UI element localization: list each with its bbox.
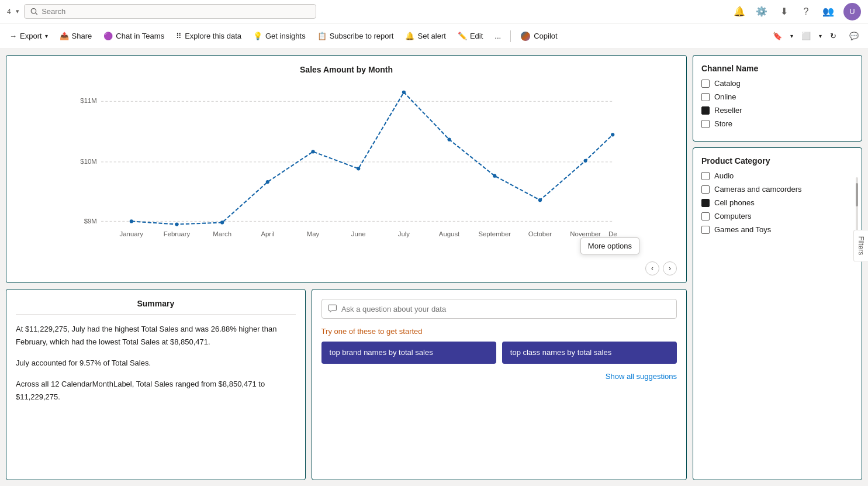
chart-svg: $11M $10M $9M bbox=[16, 79, 677, 249]
copilot-button[interactable]: Copilot bbox=[516, 29, 562, 44]
svg-point-16 bbox=[447, 137, 451, 141]
svg-point-11 bbox=[220, 220, 224, 224]
chart-card: Sales Amount by Month $11M $10M $9M bbox=[6, 55, 687, 283]
more-options-tooltip: More options bbox=[580, 237, 639, 254]
left-column: Sales Amount by Month $11M $10M $9M bbox=[6, 55, 687, 480]
insights-icon: 💡 bbox=[253, 32, 262, 40]
channel-filter-card: Channel Name Catalog Online Reseller Sto… bbox=[693, 55, 862, 142]
chevron-down-icon[interactable]: ▾ bbox=[16, 8, 19, 15]
copilot-label: Copilot bbox=[534, 32, 557, 40]
download-icon[interactable]: ⬇ bbox=[777, 5, 791, 19]
qa-input[interactable] bbox=[341, 305, 670, 313]
summary-paragraph-1: At $11,229,275, July had the highest Tot… bbox=[16, 323, 296, 349]
svg-text:August: August bbox=[439, 230, 460, 237]
svg-text:February: February bbox=[164, 230, 191, 237]
filters-side-tab[interactable]: Filters bbox=[853, 230, 868, 262]
svg-point-14 bbox=[357, 167, 360, 170]
cellphones-checkbox[interactable] bbox=[701, 199, 710, 207]
export-chevron-icon: ▾ bbox=[45, 33, 48, 39]
settings-icon[interactable]: ⚙️ bbox=[755, 5, 769, 19]
chat-in-teams-button[interactable]: 🟣 Chat in Teams bbox=[99, 29, 169, 43]
get-insights-button[interactable]: 💡 Get insights bbox=[248, 29, 310, 43]
store-label: Store bbox=[714, 119, 732, 128]
computers-label: Computers bbox=[714, 212, 752, 220]
catalog-checkbox[interactable] bbox=[701, 80, 710, 88]
search-bar[interactable] bbox=[24, 4, 316, 19]
product-filter-item-cellphones: Cell phones bbox=[701, 198, 853, 207]
chart-next-button[interactable]: › bbox=[663, 261, 677, 275]
suggestion-brands-button[interactable]: top brand names by total sales bbox=[321, 342, 496, 364]
view-chevron-icon[interactable]: ▾ bbox=[819, 33, 822, 39]
svg-text:March: March bbox=[213, 230, 231, 237]
show-all-suggestions[interactable]: Show all suggestions bbox=[321, 372, 677, 381]
main-content: Sales Amount by Month $11M $10M $9M bbox=[0, 49, 868, 486]
product-filter-title: Product Category bbox=[701, 156, 853, 166]
computers-checkbox[interactable] bbox=[701, 212, 710, 220]
refresh-button[interactable]: ↻ bbox=[825, 29, 841, 43]
get-insights-label: Get insights bbox=[265, 32, 306, 40]
svg-text:September: September bbox=[478, 230, 511, 237]
set-alert-button[interactable]: 🔔 Set alert bbox=[400, 29, 450, 43]
svg-point-15 bbox=[402, 91, 406, 94]
qa-input-row[interactable] bbox=[321, 299, 677, 319]
people-icon[interactable]: 👥 bbox=[821, 5, 835, 19]
store-checkbox[interactable] bbox=[701, 120, 710, 128]
subscribe-button[interactable]: 📋 Subscribe to report bbox=[313, 29, 399, 43]
svg-text:May: May bbox=[307, 230, 320, 237]
toolbar: → Export ▾ 📤 Share 🟣 Chat in Teams ⠿ Exp… bbox=[0, 23, 868, 49]
explore-data-button[interactable]: ⠿ Explore this data bbox=[171, 29, 246, 43]
system-bar-left: 4 ▾ bbox=[7, 8, 19, 16]
comment-button[interactable]: 💬 bbox=[845, 29, 863, 43]
online-label: Online bbox=[714, 92, 736, 101]
online-checkbox[interactable] bbox=[701, 93, 710, 101]
chart-prev-button[interactable]: ‹ bbox=[645, 261, 659, 275]
suggestion-classes-button[interactable]: top class names by total sales bbox=[502, 342, 677, 364]
subscribe-icon: 📋 bbox=[317, 32, 327, 40]
reseller-label: Reseller bbox=[714, 106, 742, 115]
filter-scrollbar[interactable] bbox=[856, 183, 858, 206]
edit-label: Edit bbox=[470, 32, 483, 40]
more-icon: ... bbox=[494, 32, 501, 40]
system-bar-right: 🔔 ⚙️ ⬇ ? 👥 U bbox=[732, 3, 861, 20]
svg-text:November: November bbox=[570, 230, 601, 237]
view-button[interactable]: ⬜ bbox=[797, 29, 815, 43]
share-label: Share bbox=[72, 32, 92, 40]
audio-checkbox[interactable] bbox=[701, 172, 710, 180]
summary-paragraph-2: July accounted for 9.57% of Total Sales. bbox=[16, 357, 296, 370]
more-options-label: More options bbox=[588, 242, 632, 250]
explore-data-label: Explore this data bbox=[185, 32, 241, 40]
svg-point-10 bbox=[175, 222, 178, 226]
more-button[interactable]: ... bbox=[490, 29, 506, 43]
games-checkbox[interactable] bbox=[701, 226, 710, 234]
audio-label: Audio bbox=[714, 171, 734, 180]
product-filter-item-games: Games and Toys bbox=[701, 225, 853, 234]
edit-button[interactable]: ✏️ Edit bbox=[453, 29, 487, 43]
product-filter-item-audio: Audio bbox=[701, 171, 853, 180]
explore-icon: ⠿ bbox=[176, 32, 182, 40]
share-button[interactable]: 📤 Share bbox=[55, 29, 97, 43]
summary-card: Summary At $11,229,275, July had the hig… bbox=[6, 289, 306, 480]
svg-point-17 bbox=[493, 174, 496, 178]
avatar[interactable]: U bbox=[843, 3, 861, 20]
filter-scrolltrack bbox=[856, 177, 858, 236]
subscribe-label: Subscribe to report bbox=[330, 32, 394, 40]
catalog-label: Catalog bbox=[714, 79, 741, 88]
help-icon[interactable]: ? bbox=[799, 5, 813, 19]
bookmark-chevron-icon[interactable]: ▾ bbox=[790, 33, 793, 39]
svg-text:De: De bbox=[608, 230, 617, 237]
summary-body: At $11,229,275, July had the highest Tot… bbox=[16, 323, 296, 404]
channel-filter-item-online: Online bbox=[701, 92, 853, 101]
product-filter-card: Product Category Audio Cameras and camco… bbox=[693, 147, 862, 480]
svg-point-20 bbox=[611, 133, 614, 136]
reseller-checkbox[interactable] bbox=[701, 106, 710, 115]
bookmark-button[interactable]: 🔖 bbox=[768, 29, 787, 43]
svg-text:June: June bbox=[351, 230, 366, 237]
cameras-checkbox[interactable] bbox=[701, 185, 710, 194]
export-icon: → bbox=[9, 32, 17, 40]
chart-title: Sales Amount by Month bbox=[16, 65, 677, 74]
set-alert-label: Set alert bbox=[417, 32, 445, 40]
search-input[interactable] bbox=[42, 7, 310, 16]
export-button[interactable]: → Export ▾ bbox=[5, 29, 53, 43]
notification-icon[interactable]: 🔔 bbox=[732, 5, 746, 19]
chat-in-teams-label: Chat in Teams bbox=[116, 32, 164, 40]
